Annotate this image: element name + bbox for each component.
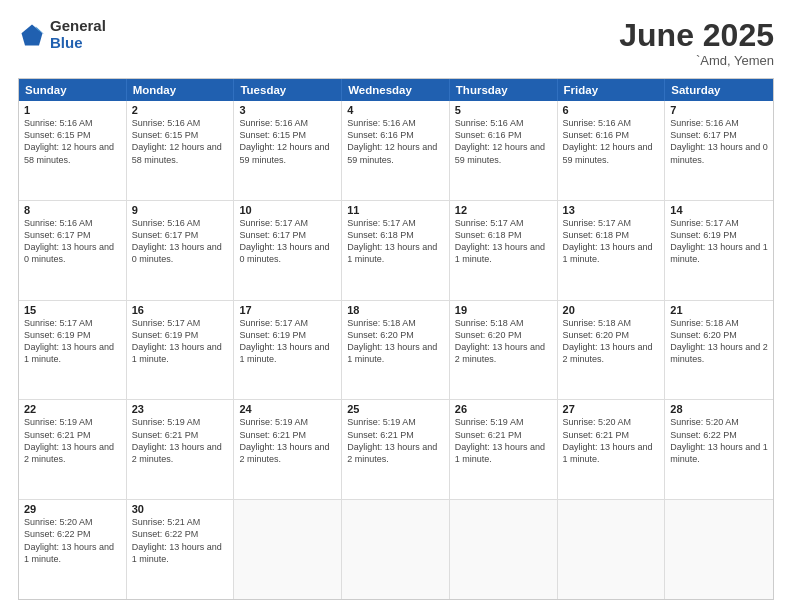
calendar-cell: 25 Sunrise: 5:19 AM Sunset: 6:21 PM Dayl… — [342, 400, 450, 499]
cell-info: Sunrise: 5:16 AM Sunset: 6:17 PM Dayligh… — [132, 217, 229, 266]
title-area: June 2025 `Amd, Yemen — [619, 18, 774, 68]
calendar-cell: 3 Sunrise: 5:16 AM Sunset: 6:15 PM Dayli… — [234, 101, 342, 200]
logo-general-text: General — [50, 18, 106, 35]
calendar-cell: 22 Sunrise: 5:19 AM Sunset: 6:21 PM Dayl… — [19, 400, 127, 499]
cell-info: Sunrise: 5:16 AM Sunset: 6:17 PM Dayligh… — [670, 117, 768, 166]
header-thursday: Thursday — [450, 79, 558, 101]
cell-info: Sunrise: 5:17 AM Sunset: 6:19 PM Dayligh… — [24, 317, 121, 366]
cell-info: Sunrise: 5:17 AM Sunset: 6:17 PM Dayligh… — [239, 217, 336, 266]
calendar-cell — [234, 500, 342, 599]
calendar: Sunday Monday Tuesday Wednesday Thursday… — [18, 78, 774, 600]
calendar-cell: 15 Sunrise: 5:17 AM Sunset: 6:19 PM Dayl… — [19, 301, 127, 400]
cell-info: Sunrise: 5:16 AM Sunset: 6:17 PM Dayligh… — [24, 217, 121, 266]
calendar-body: 1 Sunrise: 5:16 AM Sunset: 6:15 PM Dayli… — [19, 101, 773, 599]
day-number: 9 — [132, 204, 229, 216]
header-tuesday: Tuesday — [234, 79, 342, 101]
calendar-cell: 18 Sunrise: 5:18 AM Sunset: 6:20 PM Dayl… — [342, 301, 450, 400]
day-number: 18 — [347, 304, 444, 316]
calendar-cell — [450, 500, 558, 599]
calendar-row: 1 Sunrise: 5:16 AM Sunset: 6:15 PM Dayli… — [19, 101, 773, 200]
day-number: 11 — [347, 204, 444, 216]
day-number: 24 — [239, 403, 336, 415]
month-title: June 2025 — [619, 18, 774, 53]
day-number: 4 — [347, 104, 444, 116]
calendar-cell: 6 Sunrise: 5:16 AM Sunset: 6:16 PM Dayli… — [558, 101, 666, 200]
day-number: 17 — [239, 304, 336, 316]
cell-info: Sunrise: 5:16 AM Sunset: 6:15 PM Dayligh… — [239, 117, 336, 166]
calendar-cell: 24 Sunrise: 5:19 AM Sunset: 6:21 PM Dayl… — [234, 400, 342, 499]
logo-text: General Blue — [50, 18, 106, 51]
cell-info: Sunrise: 5:18 AM Sunset: 6:20 PM Dayligh… — [670, 317, 768, 366]
cell-info: Sunrise: 5:17 AM Sunset: 6:18 PM Dayligh… — [563, 217, 660, 266]
calendar-cell: 9 Sunrise: 5:16 AM Sunset: 6:17 PM Dayli… — [127, 201, 235, 300]
calendar-cell: 17 Sunrise: 5:17 AM Sunset: 6:19 PM Dayl… — [234, 301, 342, 400]
logo-icon — [18, 21, 46, 49]
day-number: 27 — [563, 403, 660, 415]
cell-info: Sunrise: 5:18 AM Sunset: 6:20 PM Dayligh… — [563, 317, 660, 366]
cell-info: Sunrise: 5:17 AM Sunset: 6:19 PM Dayligh… — [239, 317, 336, 366]
day-number: 20 — [563, 304, 660, 316]
calendar-cell: 26 Sunrise: 5:19 AM Sunset: 6:21 PM Dayl… — [450, 400, 558, 499]
calendar-row: 22 Sunrise: 5:19 AM Sunset: 6:21 PM Dayl… — [19, 399, 773, 499]
cell-info: Sunrise: 5:16 AM Sunset: 6:15 PM Dayligh… — [132, 117, 229, 166]
cell-info: Sunrise: 5:18 AM Sunset: 6:20 PM Dayligh… — [347, 317, 444, 366]
cell-info: Sunrise: 5:16 AM Sunset: 6:16 PM Dayligh… — [347, 117, 444, 166]
calendar-row: 29 Sunrise: 5:20 AM Sunset: 6:22 PM Dayl… — [19, 499, 773, 599]
header-monday: Monday — [127, 79, 235, 101]
cell-info: Sunrise: 5:19 AM Sunset: 6:21 PM Dayligh… — [132, 416, 229, 465]
day-number: 2 — [132, 104, 229, 116]
calendar-cell: 11 Sunrise: 5:17 AM Sunset: 6:18 PM Dayl… — [342, 201, 450, 300]
day-number: 30 — [132, 503, 229, 515]
day-number: 28 — [670, 403, 768, 415]
calendar-row: 15 Sunrise: 5:17 AM Sunset: 6:19 PM Dayl… — [19, 300, 773, 400]
calendar-cell: 7 Sunrise: 5:16 AM Sunset: 6:17 PM Dayli… — [665, 101, 773, 200]
day-number: 16 — [132, 304, 229, 316]
calendar-cell — [558, 500, 666, 599]
cell-info: Sunrise: 5:19 AM Sunset: 6:21 PM Dayligh… — [24, 416, 121, 465]
header-saturday: Saturday — [665, 79, 773, 101]
calendar-cell: 1 Sunrise: 5:16 AM Sunset: 6:15 PM Dayli… — [19, 101, 127, 200]
cell-info: Sunrise: 5:20 AM Sunset: 6:21 PM Dayligh… — [563, 416, 660, 465]
cell-info: Sunrise: 5:18 AM Sunset: 6:20 PM Dayligh… — [455, 317, 552, 366]
cell-info: Sunrise: 5:17 AM Sunset: 6:18 PM Dayligh… — [347, 217, 444, 266]
day-number: 19 — [455, 304, 552, 316]
calendar-cell: 28 Sunrise: 5:20 AM Sunset: 6:22 PM Dayl… — [665, 400, 773, 499]
cell-info: Sunrise: 5:16 AM Sunset: 6:15 PM Dayligh… — [24, 117, 121, 166]
location: `Amd, Yemen — [619, 53, 774, 68]
day-number: 6 — [563, 104, 660, 116]
day-number: 21 — [670, 304, 768, 316]
logo: General Blue — [18, 18, 106, 51]
calendar-cell: 8 Sunrise: 5:16 AM Sunset: 6:17 PM Dayli… — [19, 201, 127, 300]
calendar-cell: 29 Sunrise: 5:20 AM Sunset: 6:22 PM Dayl… — [19, 500, 127, 599]
day-number: 7 — [670, 104, 768, 116]
day-number: 13 — [563, 204, 660, 216]
cell-info: Sunrise: 5:16 AM Sunset: 6:16 PM Dayligh… — [563, 117, 660, 166]
calendar-cell: 16 Sunrise: 5:17 AM Sunset: 6:19 PM Dayl… — [127, 301, 235, 400]
calendar-cell: 5 Sunrise: 5:16 AM Sunset: 6:16 PM Dayli… — [450, 101, 558, 200]
day-number: 1 — [24, 104, 121, 116]
cell-info: Sunrise: 5:16 AM Sunset: 6:16 PM Dayligh… — [455, 117, 552, 166]
svg-marker-0 — [22, 24, 43, 45]
header-wednesday: Wednesday — [342, 79, 450, 101]
calendar-cell: 20 Sunrise: 5:18 AM Sunset: 6:20 PM Dayl… — [558, 301, 666, 400]
logo-blue-text: Blue — [50, 35, 106, 52]
day-number: 5 — [455, 104, 552, 116]
cell-info: Sunrise: 5:20 AM Sunset: 6:22 PM Dayligh… — [670, 416, 768, 465]
cell-info: Sunrise: 5:17 AM Sunset: 6:19 PM Dayligh… — [670, 217, 768, 266]
calendar-cell: 10 Sunrise: 5:17 AM Sunset: 6:17 PM Dayl… — [234, 201, 342, 300]
calendar-cell: 2 Sunrise: 5:16 AM Sunset: 6:15 PM Dayli… — [127, 101, 235, 200]
day-number: 15 — [24, 304, 121, 316]
cell-info: Sunrise: 5:19 AM Sunset: 6:21 PM Dayligh… — [455, 416, 552, 465]
header-friday: Friday — [558, 79, 666, 101]
calendar-cell: 21 Sunrise: 5:18 AM Sunset: 6:20 PM Dayl… — [665, 301, 773, 400]
calendar-cell: 30 Sunrise: 5:21 AM Sunset: 6:22 PM Dayl… — [127, 500, 235, 599]
calendar-cell — [342, 500, 450, 599]
cell-info: Sunrise: 5:17 AM Sunset: 6:19 PM Dayligh… — [132, 317, 229, 366]
calendar-header: Sunday Monday Tuesday Wednesday Thursday… — [19, 79, 773, 101]
day-number: 14 — [670, 204, 768, 216]
day-number: 10 — [239, 204, 336, 216]
calendar-cell: 4 Sunrise: 5:16 AM Sunset: 6:16 PM Dayli… — [342, 101, 450, 200]
day-number: 29 — [24, 503, 121, 515]
day-number: 12 — [455, 204, 552, 216]
calendar-cell — [665, 500, 773, 599]
